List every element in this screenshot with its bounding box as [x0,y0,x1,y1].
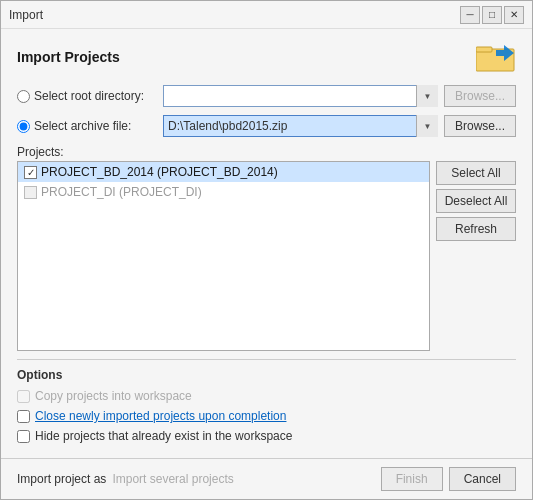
import-as-label: Import project as [17,472,106,486]
main-content: Import Projects Select root directory: ▼ [1,29,532,458]
deselect-all-button[interactable]: Deselect All [436,189,516,213]
page-title: Import Projects [17,49,120,65]
archive-radio-label[interactable]: Select archive file: [17,119,157,133]
project-checkbox-2[interactable] [24,186,37,199]
project-checkbox-1[interactable] [24,166,37,179]
project-name-2: PROJECT_DI (PROJECT_DI) [41,185,202,199]
refresh-button[interactable]: Refresh [436,217,516,241]
options-section: Options Copy projects into workspace Clo… [17,359,516,446]
archive-file-row: Select archive file: ▼ Browse... [17,115,516,137]
hide-checkbox[interactable] [17,430,30,443]
archive-dropdown-arrow[interactable]: ▼ [416,115,438,137]
minimize-button[interactable]: ─ [460,6,480,24]
cancel-button[interactable]: Cancel [449,467,516,491]
root-dir-row: Select root directory: ▼ Browse... [17,85,516,107]
page-title-area: Import Projects [17,41,516,73]
close-label[interactable]: Close newly imported projects upon compl… [35,409,286,423]
copy-checkbox[interactable] [17,390,30,403]
folder-icon [476,41,516,73]
projects-area: PROJECT_BD_2014 (PROJECT_BD_2014) PROJEC… [17,161,516,351]
options-title: Options [17,368,516,382]
select-all-button[interactable]: Select All [436,161,516,185]
archive-combo-wrapper: ▼ [163,115,438,137]
close-button[interactable]: ✕ [504,6,524,24]
import-several-link[interactable]: Import several projects [112,472,233,486]
archive-radio[interactable] [17,120,30,133]
root-dir-combo-wrapper: ▼ [163,85,438,107]
root-dir-browse-button[interactable]: Browse... [444,85,516,107]
root-dir-radio-label[interactable]: Select root directory: [17,89,157,103]
projects-side-buttons: Select All Deselect All Refresh [436,161,516,351]
window-title: Import [9,8,43,22]
copy-label: Copy projects into workspace [35,389,192,403]
finish-button[interactable]: Finish [381,467,443,491]
import-window: Import ─ □ ✕ Import Projects [0,0,533,500]
table-row[interactable]: PROJECT_DI (PROJECT_DI) [18,182,429,202]
projects-section: Projects: PROJECT_BD_2014 (PROJECT_BD_20… [17,145,516,351]
archive-browse-button[interactable]: Browse... [444,115,516,137]
table-row[interactable]: PROJECT_BD_2014 (PROJECT_BD_2014) [18,162,429,182]
svg-rect-1 [476,47,492,52]
root-dir-dropdown-arrow[interactable]: ▼ [416,85,438,107]
root-dir-input[interactable] [163,85,438,107]
root-dir-radio[interactable] [17,90,30,103]
footer-left: Import project as Import several project… [17,472,375,486]
footer: Import project as Import several project… [1,458,532,499]
archive-input[interactable] [163,115,438,137]
project-name-1: PROJECT_BD_2014 (PROJECT_BD_2014) [41,165,278,179]
title-bar-controls: ─ □ ✕ [460,6,524,24]
hide-label: Hide projects that already exist in the … [35,429,292,443]
option-close-row: Close newly imported projects upon compl… [17,406,516,426]
option-hide-row: Hide projects that already exist in the … [17,426,516,446]
title-bar: Import ─ □ ✕ [1,1,532,29]
maximize-button[interactable]: □ [482,6,502,24]
close-checkbox[interactable] [17,410,30,423]
projects-list[interactable]: PROJECT_BD_2014 (PROJECT_BD_2014) PROJEC… [17,161,430,351]
projects-label: Projects: [17,145,516,159]
option-copy-row: Copy projects into workspace [17,386,516,406]
